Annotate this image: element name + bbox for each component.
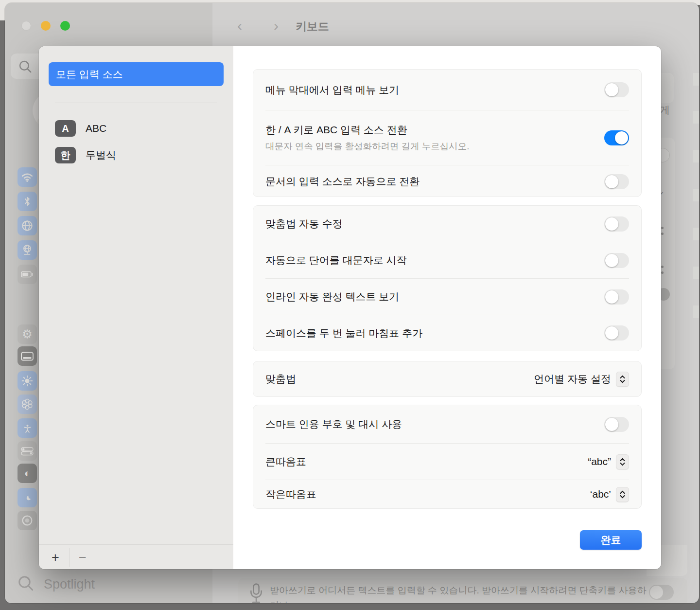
caps-switch-toggle[interactable]: [604, 130, 629, 145]
setting-label: 인라인 자동 완성 텍스트 보기: [265, 290, 604, 304]
list-item-dubeolsik[interactable]: 한 두벌식: [55, 147, 116, 163]
updown-chevrons-icon: [616, 454, 629, 469]
done-button[interactable]: 완료: [580, 530, 642, 550]
screen-moon-icon: [21, 493, 34, 502]
updown-chevrons-icon: [616, 487, 629, 502]
input-source-label: 두벌식: [86, 148, 116, 162]
back-icon[interactable]: ‹: [235, 18, 245, 33]
wifi-icon: [21, 172, 34, 182]
globe-stand-icon: [21, 244, 33, 256]
setting-label: 작은따옴표: [265, 487, 590, 501]
updown-chevrons-icon: [616, 372, 629, 387]
dictation-description: 받아쓰기로 어디서든 텍스트를 입력할 수 있습니다. 받아쓰기를 시작하려면 …: [270, 583, 654, 603]
minimize-button[interactable]: [41, 21, 51, 31]
spelling-select[interactable]: 언어별 자동 설정: [534, 372, 629, 387]
globe-icon: [21, 220, 33, 232]
search-icon: [18, 60, 32, 73]
forward-icon[interactable]: ›: [271, 18, 281, 33]
input-source-badge: A: [55, 120, 76, 137]
setting-label: 메뉴 막대에서 입력 메뉴 보기: [265, 83, 604, 97]
single-quote-select[interactable]: ‘abc’: [590, 487, 629, 502]
close-button[interactable]: [21, 21, 31, 31]
battery-icon: [21, 270, 34, 278]
background-text-fragment: 게: [660, 103, 670, 117]
sidebar-item-general[interactable]: ⚙: [18, 324, 37, 344]
card-input-menu: 메뉴 막대에서 입력 메뉴 보기 한 / A 키로 ABC 입력 소스 전환 대…: [253, 69, 642, 197]
spotlight-icon[interactable]: [18, 575, 34, 592]
card-spelling: 맞춤법 언어별 자동 설정: [253, 361, 642, 397]
desktop-icon: [21, 352, 34, 361]
sidebar-item-displays[interactable]: [18, 371, 37, 391]
card-smart-quotes: 스마트 인용 부호 및 대시 사용 큰따옴표 “abc” 작은따옴표 ‘abc’: [253, 405, 642, 509]
setting-label: 한 / A 키로 ABC 입력 소스 전환 대문자 연속 입력을 활성화하려면 …: [265, 123, 604, 152]
sidebar-item-vpn[interactable]: [18, 240, 37, 260]
setting-label: 자동으로 단어를 대문자로 시작: [265, 253, 604, 267]
card-text-input: 맞춤법 자동 수정 자동으로 단어를 대문자로 시작 인라인 자동 완성 텍스트…: [253, 205, 642, 351]
input-source-badge: 한: [55, 147, 76, 163]
sidebar-item-wifi[interactable]: [18, 167, 37, 187]
dictation-section: 받아쓰기로 어디서든 텍스트를 입력할 수 있습니다. 받아쓰기를 시작하려면 …: [238, 578, 687, 603]
double-quote-select[interactable]: “abc”: [588, 454, 629, 469]
edge-blip: [693, 111, 699, 124]
smart-quotes-toggle[interactable]: [604, 417, 629, 432]
sidebar-item-desktop-dock[interactable]: [18, 346, 37, 366]
setting-label: 큰따옴표: [265, 455, 588, 468]
double-space-period-toggle[interactable]: [604, 325, 629, 341]
add-input-source-button[interactable]: +: [46, 548, 65, 567]
list-item-abc[interactable]: A ABC: [55, 120, 106, 137]
setting-label: 문서의 입력 소스로 자동으로 전환: [265, 175, 604, 188]
selected-value: “abc”: [588, 456, 611, 467]
setting-label: 스페이스를 두 번 눌러 마침표 추가: [265, 326, 604, 340]
input-source-label: ABC: [86, 123, 106, 134]
edge-blip: [693, 73, 699, 86]
edge-blip: [693, 305, 699, 318]
sidebar-item-battery[interactable]: [18, 265, 37, 284]
sidebar-item-appearance[interactable]: ◐: [18, 464, 37, 483]
selected-value: 언어별 자동 설정: [534, 372, 611, 386]
selected-value: ‘abc’: [590, 488, 611, 500]
page-title: 키보드: [296, 19, 329, 34]
half-circle-icon: ◐: [24, 467, 31, 479]
edge-blip: [693, 267, 699, 279]
dictation-toggle[interactable]: [649, 585, 674, 600]
setting-label: 스마트 인용 부호 및 대시 사용: [265, 417, 604, 431]
gear-icon: ⚙: [22, 327, 33, 341]
dots-fragment: [661, 233, 664, 235]
setting-sublabel: 대문자 연속 입력을 활성화하려면 길게 누르십시오.: [265, 140, 604, 152]
divider: [69, 548, 70, 567]
sidebar-item-screensaver[interactable]: [18, 488, 37, 507]
auto-capitalize-toggle[interactable]: [604, 253, 629, 268]
siri-icon: [21, 515, 33, 526]
edge-blip: [693, 150, 699, 162]
sidebar-item-wallpaper[interactable]: [18, 395, 37, 414]
setting-label: 맞춤법: [265, 372, 534, 386]
remove-input-source-button[interactable]: −: [73, 548, 92, 567]
zoom-button[interactable]: [60, 21, 70, 31]
flower-icon: [21, 398, 33, 410]
bluetooth-icon: [24, 196, 31, 207]
input-sources-sheet: 모든 입력 소스 A ABC 한 두벌식 + − 메뉴 막대에서 입력 메뉴 보…: [39, 46, 661, 569]
sun-icon: [21, 375, 33, 387]
sidebar-item-accessibility[interactable]: [18, 418, 37, 438]
dots-fragment: [661, 266, 664, 268]
spell-correct-toggle[interactable]: [604, 216, 629, 232]
edge-blip: [693, 189, 699, 201]
accessibility-icon: [21, 422, 34, 434]
divider: [55, 103, 217, 103]
divider: [39, 544, 233, 545]
auto-switch-toggle[interactable]: [604, 174, 629, 189]
selected-item-label: 모든 입력 소스: [56, 68, 123, 81]
sidebar-item-network[interactable]: [18, 216, 37, 235]
microphone-icon: [249, 582, 263, 603]
inline-predictions-toggle[interactable]: [604, 289, 629, 305]
edge-blip: [693, 228, 699, 240]
sidebar-item-siri[interactable]: [18, 511, 37, 530]
sidebar-item-bluetooth[interactable]: [18, 192, 37, 211]
input-menu-toggle[interactable]: [604, 82, 629, 97]
sidebar-item-spotlight[interactable]: Spotlight: [44, 577, 95, 592]
toggles-icon: [21, 447, 34, 456]
dots-fragment: [661, 271, 664, 274]
sidebar-item-all-input-sources[interactable]: 모든 입력 소스: [49, 62, 224, 86]
sheet-sidebar: 모든 입력 소스 A ABC 한 두벌식 + −: [39, 46, 233, 569]
sidebar-item-control-center[interactable]: [18, 441, 37, 461]
